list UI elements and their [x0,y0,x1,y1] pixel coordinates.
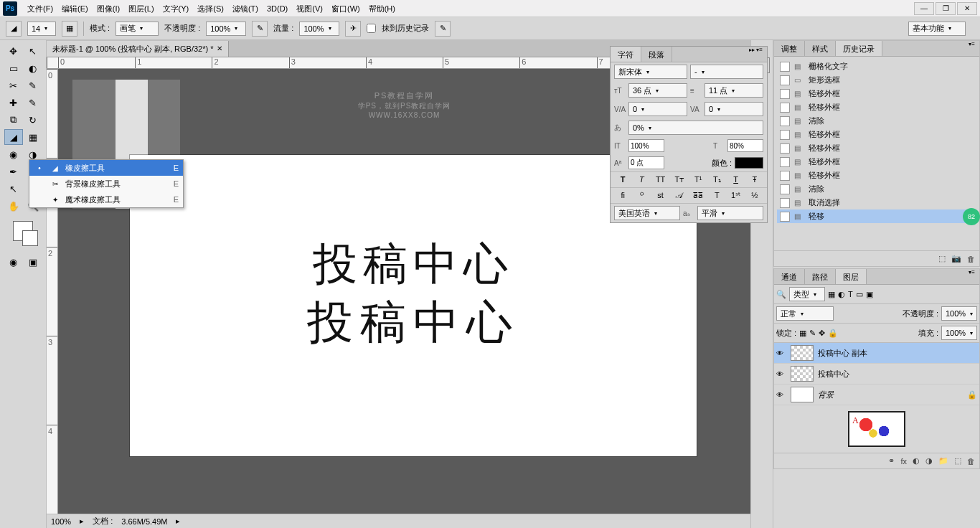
brush-size-dropdown[interactable]: 14▾ [27,22,56,36]
fx-icon[interactable]: fx [900,457,907,466]
language-dropdown[interactable]: 美国英语▾ [614,206,680,220]
lock-trans-icon[interactable]: ▦ [799,329,806,338]
brush-tool[interactable]: ✎ [24,95,42,110]
close-tab-icon[interactable]: ✕ [217,41,222,57]
antialias-dropdown[interactable]: 平滑▾ [697,206,763,220]
history-item[interactable]: ▤轻移外框 [777,141,976,155]
history-item[interactable]: ▤轻移外框 [777,100,976,114]
filter-t-icon[interactable]: T [848,290,853,298]
layer-thumb[interactable] [791,345,814,361]
aalt-button[interactable]: a̅a̅ [692,191,704,200]
layer-name[interactable]: 投稿中心 副本 [818,348,977,359]
super-button[interactable]: T¹ [692,175,704,184]
ord-button[interactable]: ᴼ [636,191,647,200]
strike-button[interactable]: Ŧ [749,175,760,184]
font-family-dropdown[interactable]: 新宋体▾ [614,65,687,79]
visibility-icon[interactable]: 👁 [776,391,786,399]
brush-panel-icon[interactable]: ▦ [62,21,77,37]
baseline-input[interactable] [628,156,664,169]
character-panel[interactable]: 字符 段落 ▸▸ ▾≡ 新宋体▾-▾ тT36 点▾≡11 点▾ V/A0▾VA… [610,46,768,223]
adjustment-icon[interactable]: ◑ [925,456,933,466]
tool-preset-icon[interactable]: ◢ [6,21,22,37]
menu-image[interactable]: 图像(I) [93,0,124,17]
history-item[interactable]: ▤轻移外框 [777,169,976,182]
menu-filter[interactable]: 滤镜(T) [228,0,263,17]
tab-channels[interactable]: 通道 [774,269,805,284]
menu-help[interactable]: 帮助(H) [364,0,400,17]
fill-dropdown[interactable]: 100%▾ [941,326,977,340]
filter-adj-icon[interactable]: ◐ [838,290,845,299]
visibility-icon[interactable]: 👁 [776,370,786,378]
vscale-input[interactable] [628,139,664,152]
layer-thumb[interactable] [791,387,814,402]
layer-row[interactable]: 👁投稿中心 副本 [774,343,979,364]
layer-name[interactable]: 背景 [818,390,963,400]
tracking-dropdown[interactable]: 0▾ [705,102,763,116]
history-item[interactable]: ▤栅格化文字 [777,60,976,73]
quickmask-tool[interactable]: ◉ [4,254,23,270]
blend-mode-dropdown[interactable]: 正常▾ [776,306,834,321]
navigator-thumb[interactable] [848,411,905,447]
font-size-dropdown[interactable]: 36 点▾ [628,83,687,98]
link-icon[interactable]: ⚭ [888,456,895,466]
marquee-tool[interactable]: ▭ [4,60,23,76]
lock-all-icon[interactable]: 🔒 [828,329,838,338]
panel-menu-icon[interactable]: ▾≡ [964,269,979,284]
history-item[interactable]: ▤轻移 [777,209,976,223]
panel-menu-icon[interactable]: ▾≡ [964,41,979,56]
tab-history[interactable]: 历史记录 [836,41,882,56]
tab-paths[interactable]: 路径 [805,269,836,284]
bold-button[interactable]: T [617,175,628,184]
minimize-button[interactable]: — [914,2,934,15]
filter-smart-icon[interactable]: ▣ [866,290,873,299]
background-color[interactable] [22,230,38,246]
opacity-dropdown[interactable]: 100%▾ [206,22,246,36]
pen-tool[interactable]: ✒ [4,164,23,179]
camera-icon[interactable]: 📷 [951,254,961,263]
workspace-dropdown[interactable]: 基本功能▾ [908,22,966,36]
artboard-tool[interactable]: ↖ [24,43,42,59]
flow-dropdown[interactable]: 100%▾ [299,22,339,36]
pressure-opacity-icon[interactable]: ✎ [252,21,268,37]
layer-name[interactable]: 投稿中心 [818,369,977,380]
font-style-dropdown[interactable]: -▾ [690,65,763,79]
hscale-input[interactable] [727,139,763,152]
pressure-size-icon[interactable]: ✎ [435,21,451,37]
spot-heal-tool[interactable]: ✚ [4,95,23,110]
tab-layers[interactable]: 图层 [836,269,867,284]
magic-eraser-tool-item[interactable]: ✦魔术橡皮擦工具E [29,192,183,207]
first-button[interactable]: 1ˢᵗ [730,191,742,200]
screenmode-tool[interactable]: ▣ [24,254,42,270]
tab-adjustments[interactable]: 调整 [774,41,805,56]
menu-file[interactable]: 文件(F) [23,0,57,17]
tab-styles[interactable]: 样式 [805,41,836,56]
gradient-tool[interactable]: ▦ [24,129,42,145]
caps-button[interactable]: TT [655,175,666,184]
eraser-flyout-menu[interactable]: •◢橡皮擦工具E ✂背景橡皮擦工具E ✦魔术橡皮擦工具E [29,159,184,208]
new-snapshot-icon[interactable]: ⬚ [938,254,946,263]
new-layer-icon[interactable]: ⬚ [954,456,961,466]
document-tab[interactable]: 未标题-1 @ 100% (投稿中心 副本, RGB/32*) *✕ [47,41,229,57]
zoom-value[interactable]: 100% [51,517,71,526]
visibility-icon[interactable]: 👁 [776,349,786,357]
tab-character[interactable]: 字符 [611,47,641,62]
frac-button[interactable]: ½ [749,191,760,200]
history-item[interactable]: ▤清除 [777,114,976,128]
eraser-tool[interactable]: ◢ [4,129,23,145]
bg-eraser-tool-item[interactable]: ✂背景橡皮擦工具E [29,176,183,192]
menu-select[interactable]: 选择(S) [193,0,228,17]
eyedropper-tool[interactable]: ✎ [24,77,42,93]
mode-dropdown[interactable]: 画笔▾ [116,22,159,36]
sub-button[interactable]: T₁ [711,175,722,184]
blur-tool[interactable]: ◉ [4,146,23,162]
calli-button[interactable]: 𝒜 [674,191,685,200]
fi-button[interactable]: fi [617,191,628,200]
lasso-tool[interactable]: ◐ [24,60,42,76]
mask-icon[interactable]: ◐ [913,456,920,466]
clone-tool[interactable]: ⧉ [4,112,23,128]
underline-button[interactable]: T [730,175,742,184]
history-list[interactable]: ▤栅格化文字 ▭矩形选框 ▤轻移外框 ▤轻移外框 ▤清除 ▤轻移外框 ▤轻移外框… [774,57,979,250]
eraser-tool-item[interactable]: •◢橡皮擦工具E [29,160,183,176]
layer-filter-dropdown[interactable]: 类型▾ [789,287,825,301]
lock-paint-icon[interactable]: ✎ [809,329,816,338]
